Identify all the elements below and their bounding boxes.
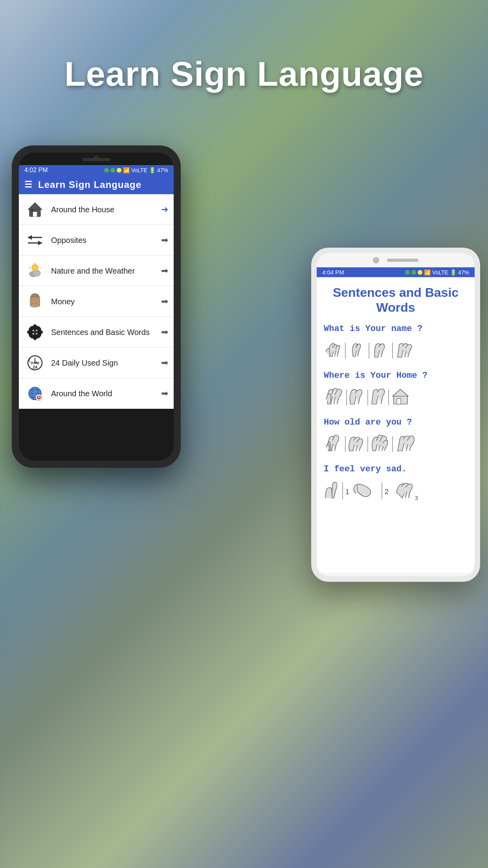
menu-item-opposites[interactable]: Opposites ➡ [19,225,174,256]
w-wifi-icon: 📶 [424,269,431,276]
phone-top-bar [19,153,174,165]
status-icons: 📶 VoLTE 🔋 47% [104,167,168,173]
house-icon [24,199,46,220]
nature-icon [24,260,46,281]
app-title: Learn Sign Language [38,179,141,190]
menu-item-around-house[interactable]: Around the House ➜ [19,194,174,225]
menu-label-opposites: Opposites [51,235,161,245]
svg-rect-46 [397,399,401,404]
svg-marker-45 [393,389,408,396]
arrow-icon-daily: ➡ [161,358,168,368]
white-status-bar: 4:04 PM 📶 VoLTE 🔋 47% [317,267,475,277]
sentence-text-4: I feel very sad. [324,464,468,474]
menu-label-daily: 24 Daily Used Sign [51,358,161,368]
dot-green [104,168,109,173]
wifi-icon: 📶 [123,167,130,173]
svg-point-18 [30,304,40,307]
white-status-time: 4:04 PM [322,269,344,276]
dot-yellow [117,168,121,173]
w-battery-icon: 🔋 [450,269,457,276]
svg-text:2: 2 [385,488,389,496]
svg-text:3: 3 [415,495,418,501]
battery-label: 47% [157,167,168,173]
arrow-icon-nature: ➡ [161,266,168,276]
svg-text:24: 24 [33,365,38,370]
phone-white: 4:04 PM 📶 VoLTE 🔋 47% Sentences and Basi… [311,248,480,582]
app-header: ☰ Learn Sign Language [19,175,174,194]
flower-icon [24,322,46,343]
sign-drawing-2 [324,383,468,410]
menu-item-daily[interactable]: Daily 24 24 Daily Used Sign ➡ [19,348,174,378]
battery-icon: 🔋 [149,167,156,173]
globe-icon [24,383,46,404]
dot-green2 [110,168,115,173]
arrow-icon-money: ➡ [161,296,168,307]
sentence-text-2: Where is Your Home ? [324,371,468,381]
menu-label-house: Around the House [51,205,161,214]
phone-dark: 4:02 PM 📶 VoLTE 🔋 47% ☰ Learn Sign Langu… [12,145,181,468]
w-signal-label: VoLTE [432,269,448,276]
svg-text:Daily: Daily [31,361,39,365]
svg-rect-2 [33,212,37,217]
page-title: Learn Sign Language [0,55,488,93]
arrow-icon-sentences: ➡ [161,327,168,337]
arrow-icon-world: ➡ [161,388,168,399]
white-speaker [387,259,418,262]
hamburger-icon[interactable]: ☰ [24,180,33,190]
menu-item-money[interactable]: Money ➡ [19,286,174,317]
sign-drawing-3 [324,430,468,457]
svg-point-14 [33,270,40,276]
money-icon [24,291,46,312]
front-camera [94,156,99,161]
menu-list: Around the House ➜ Opposites ➡ [19,194,174,409]
sign-drawing-4: 1 2 3 [324,476,468,504]
svg-point-19 [33,330,37,334]
menu-label-world: Around the World [51,389,161,398]
menu-label-money: Money [51,297,161,306]
w-dot3 [418,270,422,275]
arrow-icon-house: ➜ [161,204,168,215]
signal-label: VoLTE [131,167,147,173]
w-dot1 [405,270,410,275]
sign-drawing-1 [324,336,468,364]
white-phone-top [317,253,475,267]
white-status-icons: 📶 VoLTE 🔋 47% [405,269,469,276]
menu-item-nature[interactable]: Nature and the Weather ➡ [19,256,174,286]
white-content: Sentences and Basic Words What is Your n… [317,277,475,573]
w-dot2 [411,270,416,275]
svg-marker-5 [28,235,32,240]
menu-label-sentences: Sentences and Basic Words [51,327,161,337]
sentence-item-3: How old are you ? [324,417,468,457]
sentence-item-4: I feel very sad. 1 [324,464,468,504]
sentence-text-1: What is Your name ? [324,324,468,334]
menu-item-world[interactable]: Around the World ➡ [19,378,174,409]
sentence-text-3: How old are you ? [324,417,468,427]
opposites-icon [24,230,46,251]
svg-text:1: 1 [345,488,349,496]
status-bar: 4:02 PM 📶 VoLTE 🔋 47% [19,165,174,175]
sentence-item-1: What is Your name ? [324,324,468,364]
clock24-icon: Daily 24 [24,352,46,373]
content-title: Sentences and Basic Words [324,285,468,315]
white-camera [373,257,379,263]
arrow-icon-opposites: ➡ [161,235,168,245]
status-time: 4:02 PM [24,167,48,174]
w-battery-label: 47% [458,269,469,276]
menu-label-nature: Nature and the Weather [51,266,161,276]
menu-item-sentences[interactable]: Sentences and Basic Words ➡ [19,317,174,348]
svg-marker-7 [38,241,42,245]
sentence-item-2: Where is Your Home ? [324,371,468,410]
svg-marker-1 [28,202,42,210]
